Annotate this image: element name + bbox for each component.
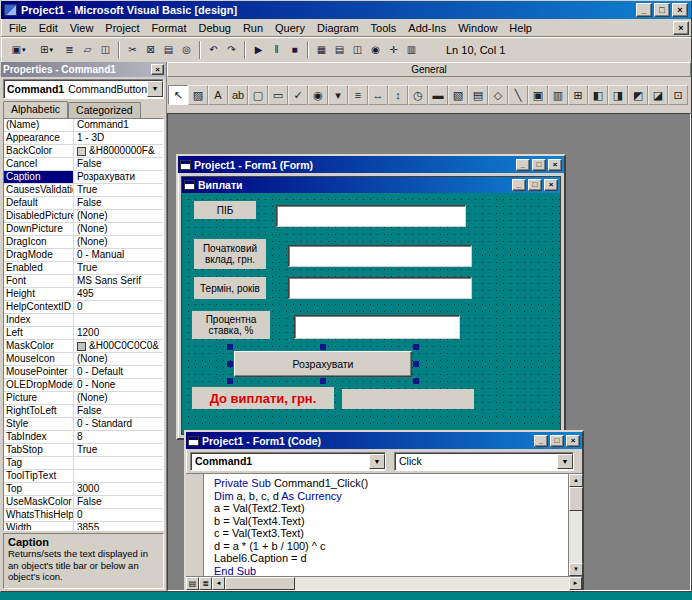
maximize-button[interactable]: □: [528, 179, 542, 191]
dropdown-arrow-icon[interactable]: ▼: [147, 81, 163, 97]
property-row[interactable]: FontMS Sans Serif: [4, 275, 163, 288]
property-row[interactable]: MaskColor&H00C0C0C0&: [4, 340, 163, 353]
property-row[interactable]: CausesValidationTrue: [4, 184, 163, 197]
data-view-window-button[interactable]: ▥: [403, 40, 420, 60]
minimize-button[interactable]: _: [636, 3, 652, 17]
property-row[interactable]: RightToLeftFalse: [4, 405, 163, 418]
event-combo[interactable]: Click ▼: [394, 452, 574, 471]
form-layout-window-button[interactable]: ◫: [349, 40, 366, 60]
image-tool[interactable]: ▣: [528, 85, 548, 105]
save-project-button[interactable]: ◫: [97, 40, 114, 60]
code-editor[interactable]: Private Sub Command1_Click()Dim a, b, c,…: [204, 474, 568, 576]
form-designer-window[interactable]: Project1 - Form1 (Form) _□× Виплати _□× …: [176, 154, 566, 440]
cut-button[interactable]: ✂: [124, 40, 141, 60]
property-row[interactable]: DisabledPicture(None): [4, 210, 163, 223]
property-row[interactable]: MouseIcon(None): [4, 353, 163, 366]
optionbutton-tool[interactable]: ◉: [308, 85, 328, 105]
menu-editor-button[interactable]: ≣: [61, 40, 78, 60]
find-button[interactable]: ◎: [178, 40, 195, 60]
menu-item-diagram[interactable]: Diagram: [311, 21, 365, 35]
object-combo[interactable]: Command1 ▼: [190, 452, 386, 471]
scroll-left-button[interactable]: ◄: [212, 577, 225, 590]
code-line[interactable]: d = a * (1 + b / 100) ^ c: [214, 540, 566, 553]
object-selector-combo[interactable]: Command1 CommandButton ▼: [3, 79, 164, 99]
ole-tool[interactable]: ⊞: [568, 85, 588, 105]
pointer-tool[interactable]: ↖: [168, 85, 188, 105]
listbox-tool[interactable]: ≡: [348, 85, 368, 105]
menu-item-tools[interactable]: Tools: [365, 21, 403, 35]
textbox-tool[interactable]: ab: [228, 85, 248, 105]
full-module-view-button[interactable]: ≣: [199, 577, 212, 590]
properties-window-button[interactable]: ▤: [331, 40, 348, 60]
menu-item-view[interactable]: View: [64, 21, 100, 35]
properties-close-button[interactable]: ×: [151, 64, 164, 75]
menu-item-edit[interactable]: Edit: [33, 21, 64, 35]
maximize-button[interactable]: □: [532, 159, 546, 171]
textbox-stavka[interactable]: [294, 315, 460, 339]
combobox-tool[interactable]: ▾: [328, 85, 348, 105]
command1-button[interactable]: Розрахувати: [234, 351, 412, 377]
sstab-tool[interactable]: ◨: [608, 85, 628, 105]
property-row[interactable]: DefaultFalse: [4, 197, 163, 210]
frame-tool[interactable]: ▢: [248, 85, 268, 105]
scroll-right-button[interactable]: ►: [569, 577, 582, 590]
menu-item-help[interactable]: Help: [503, 21, 538, 35]
code-line[interactable]: c = Val(Text3.Text): [214, 527, 566, 540]
property-row[interactable]: Appearance1 - 3D: [4, 132, 163, 145]
label-result[interactable]: До виплати, грн.: [192, 387, 334, 409]
timer-tool[interactable]: ◷: [408, 85, 428, 105]
property-row[interactable]: ToolTipText: [4, 470, 163, 483]
scrollbar-thumb[interactable]: [225, 577, 295, 590]
mdi-child-close-button[interactable]: ×: [673, 21, 689, 35]
line-tool[interactable]: ╲: [508, 85, 528, 105]
menu-item-run[interactable]: Run: [237, 21, 269, 35]
property-row[interactable]: OLEDropMode0 - None: [4, 379, 163, 392]
data-tool[interactable]: ▥: [548, 85, 568, 105]
minimize-button[interactable]: _: [516, 159, 530, 171]
menu-item-debug[interactable]: Debug: [192, 21, 236, 35]
redo-button[interactable]: ↷: [223, 40, 240, 60]
imagelist-control-tool[interactable]: ⊡: [668, 85, 688, 105]
procedure-view-button[interactable]: ▤: [186, 577, 199, 590]
property-row[interactable]: Left1200: [4, 327, 163, 340]
form1-title-bar[interactable]: Виплати _□×: [182, 177, 560, 193]
open-project-button[interactable]: ▱: [79, 40, 96, 60]
checkbox-tool[interactable]: ✓: [288, 85, 308, 105]
property-row[interactable]: EnabledTrue: [4, 262, 163, 275]
textbox-termin[interactable]: [288, 277, 472, 299]
property-row[interactable]: TabStopTrue: [4, 444, 163, 457]
vscrollbar-tool[interactable]: ↕: [388, 85, 408, 105]
property-row[interactable]: UseMaskColorFalse: [4, 496, 163, 509]
project-explorer-button[interactable]: ▦: [313, 40, 330, 60]
dirlistbox-tool[interactable]: ▧: [448, 85, 468, 105]
selection-handle[interactable]: [227, 361, 233, 367]
close-button[interactable]: ×: [672, 3, 688, 17]
property-row[interactable]: MousePointer0 - Default: [4, 366, 163, 379]
copy-button[interactable]: ⊠: [142, 40, 159, 60]
toolbox-header[interactable]: General: [167, 62, 691, 77]
label-termin[interactable]: Термін, років: [194, 277, 266, 299]
code-line[interactable]: Dim a, b, c, d As Currency: [214, 490, 566, 503]
toolbox-button[interactable]: ✛: [385, 40, 402, 60]
property-row[interactable]: CancelFalse: [4, 158, 163, 171]
statusbar-control-tool[interactable]: ◪: [648, 85, 668, 105]
menu-item-window[interactable]: Window: [452, 21, 503, 35]
tab-alphabetic[interactable]: Alphabetic: [3, 101, 68, 118]
selection-handle[interactable]: [227, 344, 233, 350]
add-standard-exe-project-button[interactable]: ▣▾: [5, 40, 32, 60]
code-line[interactable]: Label6.Caption = d: [214, 552, 566, 565]
scroll-up-button[interactable]: ▲: [569, 474, 583, 487]
add-form-button[interactable]: ⊞▾: [33, 40, 60, 60]
textbox-pib[interactable]: [276, 205, 466, 227]
menu-item-addins[interactable]: Add-Ins: [402, 21, 452, 35]
minimize-button[interactable]: _: [512, 179, 526, 191]
label-stavka[interactable]: Процентна ставка, %: [192, 311, 270, 339]
close-button[interactable]: ×: [566, 435, 580, 447]
close-button[interactable]: ×: [548, 159, 562, 171]
form-window-title-bar[interactable]: Project1 - Form1 (Form) _□×: [178, 156, 564, 173]
selection-handle[interactable]: [413, 361, 419, 367]
break-button[interactable]: ‖: [268, 40, 285, 60]
label-tool[interactable]: A: [208, 85, 228, 105]
drivelistbox-tool[interactable]: ▬: [428, 85, 448, 105]
menu-item-query[interactable]: Query: [269, 21, 311, 35]
